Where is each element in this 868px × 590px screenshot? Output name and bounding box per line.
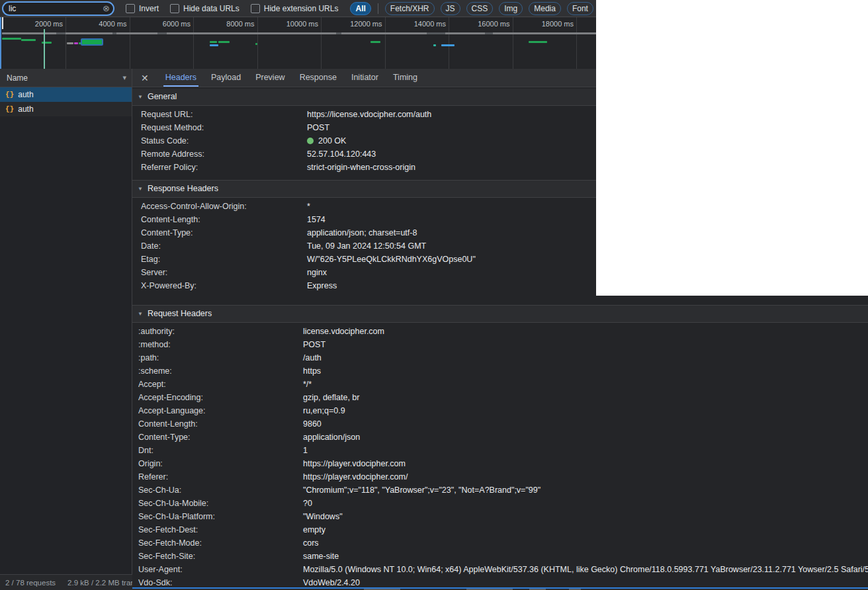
filter-input-box[interactable]: ⊗: [2, 1, 114, 16]
checkbox-label: Hide data URLs: [183, 4, 239, 13]
header-value: https://player.vdocipher.com/: [303, 472, 408, 482]
filter-checkbox-hide-data-urls[interactable]: Hide data URLs: [170, 4, 239, 13]
request-timing-bar-blue[interactable]: [210, 44, 218, 46]
request-timing-bar-gray[interactable]: [67, 42, 73, 44]
header-value: /auth: [303, 353, 322, 362]
header-value: Tue, 09 Jan 2024 12:50:54 GMT: [307, 241, 426, 251]
overview-track-tick: [336, 32, 341, 34]
header-value: ru,en;q=0.9: [303, 406, 345, 415]
request-timing-bar-teal[interactable]: [433, 44, 436, 46]
header-key: Sec-Fetch-Dest:: [138, 525, 303, 534]
checkbox-icon[interactable]: [126, 4, 135, 13]
filter-checkbox-invert[interactable]: Invert: [126, 4, 159, 13]
timeline-gridline: [513, 17, 513, 69]
header-key: Request Method:: [141, 123, 307, 132]
header-key: Remote Address:: [141, 149, 307, 159]
selected-request-bar[interactable]: [81, 38, 103, 46]
request-timing-bar-magenta[interactable]: [74, 42, 78, 44]
checkbox-icon[interactable]: [251, 4, 260, 13]
timeline-ruler-label: 2000 ms: [7, 20, 63, 28]
timeline-ruler-label: 8000 ms: [199, 20, 255, 28]
request-timing-bar-green[interactable]: [255, 43, 257, 45]
timeline-ruler-label: 10000 ms: [263, 20, 318, 28]
header-value: 9860: [303, 419, 322, 429]
header-value: POST: [303, 340, 326, 349]
type-filter-media[interactable]: Media: [529, 2, 561, 15]
type-filter-all[interactable]: All: [350, 2, 370, 15]
header-key: Access-Control-Allow-Origin:: [141, 202, 307, 211]
request-timing-bar-green[interactable]: [370, 41, 380, 43]
filter-input[interactable]: [3, 4, 108, 13]
timeline-ruler-label: 14000 ms: [390, 20, 446, 28]
checkbox-label: Hide extension URLs: [264, 4, 339, 13]
timeline-gridline: [449, 17, 449, 69]
chevron-down-icon[interactable]: ▾: [122, 73, 126, 82]
overview-track-tick: [485, 32, 493, 34]
tab-response[interactable]: Response: [300, 69, 337, 87]
filter-checkboxes: InvertHide data URLsHide extension URLs: [114, 4, 338, 13]
type-filter-fetch-xhr[interactable]: Fetch/XHR: [385, 2, 435, 15]
request-timing-bar-green[interactable]: [218, 41, 230, 43]
timeline-gridline: [193, 17, 194, 69]
timeline-gridline: [576, 17, 577, 69]
request-timing-bar-green[interactable]: [21, 39, 36, 41]
header-key: Etag:: [141, 255, 307, 264]
request-row[interactable]: {}auth: [0, 87, 132, 102]
header-key: X-Powered-By:: [141, 281, 307, 290]
request-timing-bar-blue[interactable]: [441, 44, 455, 46]
header-row: Sec-Ch-Ua-Platform:"Windows": [132, 510, 868, 523]
clear-filter-icon[interactable]: ⊗: [103, 3, 110, 14]
disclosure-triangle-icon[interactable]: ▼: [138, 181, 143, 197]
header-value: 1574: [307, 215, 326, 224]
request-timing-bar-green[interactable]: [210, 41, 217, 43]
header-value: cors: [303, 538, 319, 548]
header-key: Sec-Ch-Ua-Mobile:: [138, 499, 303, 508]
header-row: Referer:https://player.vdocipher.com/: [132, 470, 868, 484]
filter-checkbox-hide-extension-urls[interactable]: Hide extension URLs: [251, 4, 339, 13]
name-column-header[interactable]: Name ▾: [0, 69, 132, 87]
request-rows: {}auth{}auth: [0, 87, 132, 116]
checkbox-label: Invert: [139, 4, 159, 13]
overview-track-tick: [427, 32, 445, 34]
header-key: Accept:: [138, 380, 303, 389]
checkbox-icon[interactable]: [170, 4, 179, 13]
close-icon[interactable]: ✕: [141, 73, 149, 83]
timeline-gridline: [321, 17, 322, 69]
request-timing-bar-green[interactable]: [2, 38, 21, 40]
header-value: "Windows": [303, 512, 343, 521]
overview-track-tick: [157, 32, 167, 34]
header-value: *: [307, 202, 310, 211]
white-empty-region: [596, 0, 868, 296]
timeline-ruler-label: 18000 ms: [518, 20, 574, 28]
timeline-ruler-label: 12000 ms: [327, 20, 382, 28]
event-time-marker: [44, 29, 45, 69]
header-key: Status Code:: [141, 136, 307, 146]
type-filter-css[interactable]: CSS: [466, 2, 494, 15]
section-header[interactable]: ▼Request Headers: [132, 305, 868, 323]
header-value: POST: [307, 123, 329, 132]
request-timing-bar-green[interactable]: [529, 41, 547, 43]
tab-payload[interactable]: Payload: [211, 69, 241, 87]
type-filter-img[interactable]: Img: [499, 2, 523, 15]
request-row[interactable]: {}auth: [0, 102, 132, 116]
header-row: :method:POST: [132, 338, 868, 351]
header-row: Dnt:1: [132, 444, 868, 457]
header-value: 52.57.104.120:443: [307, 149, 376, 159]
type-filter-font[interactable]: Font: [567, 2, 593, 15]
overview-track-tick: [56, 32, 65, 34]
header-row: Sec-Ch-Ua:"Chromium";v="118", "YaBrowser…: [132, 484, 868, 497]
section-title: Response Headers: [148, 181, 218, 197]
disclosure-triangle-icon[interactable]: ▼: [138, 89, 143, 105]
header-row: Sec-Fetch-Mode:cors: [132, 536, 868, 550]
tab-timing[interactable]: Timing: [393, 69, 417, 87]
tab-preview[interactable]: Preview: [255, 69, 284, 87]
header-value: same-site: [303, 552, 339, 561]
tab-initiator[interactable]: Initiator: [351, 69, 378, 87]
header-value: application/json; charset=utf-8: [307, 228, 417, 237]
header-row: User-Agent:Mozilla/5.0 (Windows NT 10.0;…: [132, 563, 868, 576]
disclosure-triangle-icon[interactable]: ▼: [138, 306, 143, 322]
type-filter-js[interactable]: JS: [441, 2, 460, 15]
tab-headers[interactable]: Headers: [165, 69, 196, 87]
header-value: application/json: [303, 433, 360, 442]
header-key: Referer:: [138, 472, 303, 482]
